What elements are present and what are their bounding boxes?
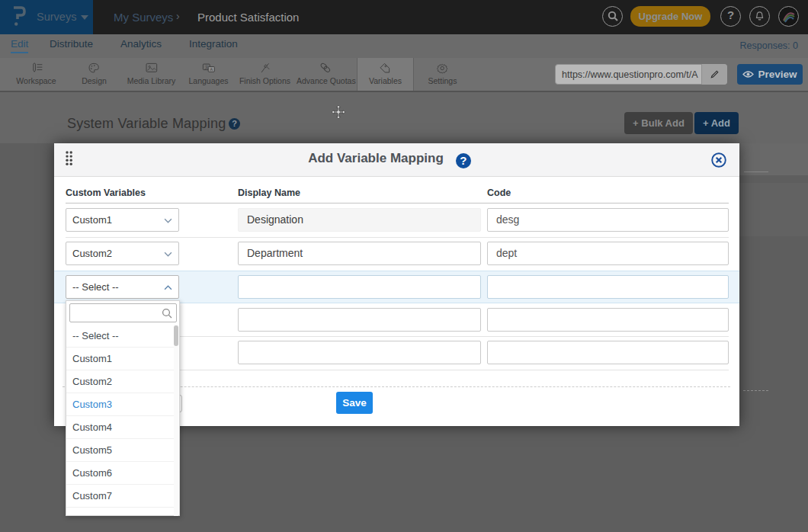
svg-text:A: A bbox=[210, 67, 213, 72]
